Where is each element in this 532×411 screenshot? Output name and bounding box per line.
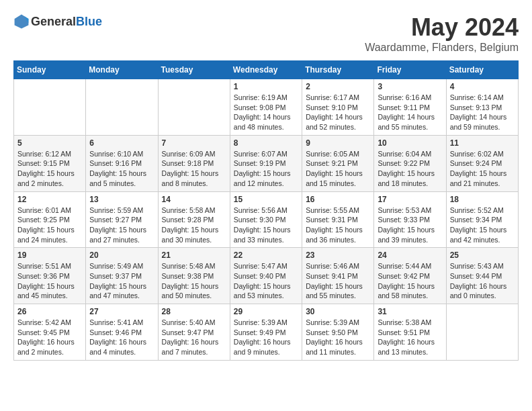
calendar-cell: 22Sunrise: 5:47 AM Sunset: 9:40 PM Dayli… — [230, 248, 302, 304]
calendar-cell: 21Sunrise: 5:48 AM Sunset: 9:38 PM Dayli… — [158, 248, 230, 304]
day-number: 2 — [306, 82, 370, 91]
day-number: 22 — [234, 250, 298, 260]
title-section: May 2024 Waardamme, Flanders, Belgium — [365, 13, 519, 54]
day-info: Sunrise: 5:42 AM Sunset: 9:45 PM Dayligh… — [17, 318, 82, 357]
weekday-header: Wednesday — [230, 61, 302, 79]
month-year-title: May 2024 — [365, 13, 519, 42]
day-info: Sunrise: 6:10 AM Sunset: 9:16 PM Dayligh… — [89, 149, 154, 189]
calendar-cell: 9Sunrise: 6:05 AM Sunset: 9:21 PM Daylig… — [302, 135, 374, 191]
svg-marker-0 — [15, 15, 29, 29]
weekday-header-row: SundayMondayTuesdayWednesdayThursdayFrid… — [14, 61, 519, 79]
day-number: 5 — [17, 138, 82, 148]
calendar-cell: 31Sunrise: 5:38 AM Sunset: 9:51 PM Dayli… — [374, 304, 446, 361]
logo-blue: Blue — [76, 15, 102, 28]
weekday-header: Tuesday — [158, 61, 230, 79]
day-number: 18 — [450, 195, 515, 204]
weekday-header: Monday — [86, 61, 158, 79]
day-number: 12 — [17, 195, 82, 204]
logo-text: GeneralBlue — [31, 15, 102, 29]
calendar-week-row: 19Sunrise: 5:51 AM Sunset: 9:36 PM Dayli… — [14, 248, 519, 304]
day-info: Sunrise: 5:43 AM Sunset: 9:44 PM Dayligh… — [450, 261, 515, 301]
calendar-cell: 5Sunrise: 6:12 AM Sunset: 9:15 PM Daylig… — [14, 135, 86, 191]
day-info: Sunrise: 6:07 AM Sunset: 9:19 PM Dayligh… — [234, 149, 298, 189]
day-info: Sunrise: 6:05 AM Sunset: 9:21 PM Dayligh… — [306, 149, 370, 189]
calendar-cell: 12Sunrise: 6:01 AM Sunset: 9:25 PM Dayli… — [14, 191, 86, 248]
day-number: 6 — [89, 138, 154, 148]
day-info: Sunrise: 5:39 AM Sunset: 9:50 PM Dayligh… — [306, 318, 370, 357]
logo: GeneralBlue — [13, 13, 102, 30]
calendar-cell: 18Sunrise: 5:52 AM Sunset: 9:34 PM Dayli… — [446, 191, 518, 248]
calendar-cell: 11Sunrise: 6:02 AM Sunset: 9:24 PM Dayli… — [446, 135, 518, 191]
weekday-header: Friday — [374, 61, 446, 79]
calendar-cell: 29Sunrise: 5:39 AM Sunset: 9:49 PM Dayli… — [230, 304, 302, 361]
day-info: Sunrise: 5:49 AM Sunset: 9:37 PM Dayligh… — [89, 261, 154, 301]
calendar-cell: 16Sunrise: 5:55 AM Sunset: 9:31 PM Dayli… — [302, 191, 374, 248]
day-number: 13 — [89, 195, 154, 204]
calendar-cell: 25Sunrise: 5:43 AM Sunset: 9:44 PM Dayli… — [446, 248, 518, 304]
page-header: GeneralBlue May 2024 Waardamme, Flanders… — [13, 13, 519, 54]
day-info: Sunrise: 5:51 AM Sunset: 9:36 PM Dayligh… — [17, 261, 82, 301]
calendar-cell — [158, 79, 230, 136]
weekday-header: Sunday — [14, 61, 86, 79]
day-number: 24 — [378, 250, 442, 260]
day-info: Sunrise: 5:41 AM Sunset: 9:46 PM Dayligh… — [89, 318, 154, 357]
calendar-cell: 28Sunrise: 5:40 AM Sunset: 9:47 PM Dayli… — [158, 304, 230, 361]
day-info: Sunrise: 5:59 AM Sunset: 9:27 PM Dayligh… — [89, 205, 154, 245]
calendar-week-row: 1Sunrise: 6:19 AM Sunset: 9:08 PM Daylig… — [14, 79, 519, 136]
calendar-cell: 10Sunrise: 6:04 AM Sunset: 9:22 PM Dayli… — [374, 135, 446, 191]
day-number: 21 — [162, 250, 226, 260]
day-number: 1 — [234, 82, 298, 91]
day-info: Sunrise: 5:47 AM Sunset: 9:40 PM Dayligh… — [234, 261, 298, 301]
day-info: Sunrise: 5:48 AM Sunset: 9:38 PM Dayligh… — [162, 261, 226, 301]
day-number: 19 — [17, 250, 82, 260]
calendar-cell: 1Sunrise: 6:19 AM Sunset: 9:08 PM Daylig… — [230, 79, 302, 136]
day-info: Sunrise: 5:38 AM Sunset: 9:51 PM Dayligh… — [378, 318, 442, 357]
day-number: 20 — [89, 250, 154, 260]
day-number: 23 — [306, 250, 370, 260]
weekday-header: Saturday — [446, 61, 518, 79]
calendar-cell: 2Sunrise: 6:17 AM Sunset: 9:10 PM Daylig… — [302, 79, 374, 136]
day-info: Sunrise: 6:16 AM Sunset: 9:11 PM Dayligh… — [378, 93, 442, 132]
day-number: 9 — [306, 138, 370, 148]
calendar-week-row: 12Sunrise: 6:01 AM Sunset: 9:25 PM Dayli… — [14, 191, 519, 248]
day-info: Sunrise: 5:40 AM Sunset: 9:47 PM Dayligh… — [162, 318, 226, 357]
day-info: Sunrise: 5:46 AM Sunset: 9:41 PM Dayligh… — [306, 261, 370, 301]
day-number: 27 — [89, 307, 154, 316]
day-info: Sunrise: 5:56 AM Sunset: 9:30 PM Dayligh… — [234, 205, 298, 245]
day-number: 15 — [234, 195, 298, 204]
calendar-cell — [446, 304, 518, 361]
day-number: 26 — [17, 307, 82, 316]
day-number: 8 — [234, 138, 298, 148]
calendar-cell: 23Sunrise: 5:46 AM Sunset: 9:41 PM Dayli… — [302, 248, 374, 304]
calendar-cell: 27Sunrise: 5:41 AM Sunset: 9:46 PM Dayli… — [86, 304, 158, 361]
calendar-cell: 30Sunrise: 5:39 AM Sunset: 9:50 PM Dayli… — [302, 304, 374, 361]
calendar-cell: 7Sunrise: 6:09 AM Sunset: 9:18 PM Daylig… — [158, 135, 230, 191]
calendar-cell: 17Sunrise: 5:53 AM Sunset: 9:33 PM Dayli… — [374, 191, 446, 248]
calendar-cell: 19Sunrise: 5:51 AM Sunset: 9:36 PM Dayli… — [14, 248, 86, 304]
day-info: Sunrise: 6:09 AM Sunset: 9:18 PM Dayligh… — [162, 149, 226, 189]
logo-icon — [13, 13, 30, 30]
day-info: Sunrise: 6:17 AM Sunset: 9:10 PM Dayligh… — [306, 93, 370, 132]
location-subtitle: Waardamme, Flanders, Belgium — [365, 42, 519, 54]
day-number: 3 — [378, 82, 442, 91]
day-info: Sunrise: 5:55 AM Sunset: 9:31 PM Dayligh… — [306, 205, 370, 245]
day-info: Sunrise: 5:58 AM Sunset: 9:28 PM Dayligh… — [162, 205, 226, 245]
calendar-cell: 8Sunrise: 6:07 AM Sunset: 9:19 PM Daylig… — [230, 135, 302, 191]
day-number: 30 — [306, 307, 370, 316]
day-number: 11 — [450, 138, 515, 148]
day-number: 16 — [306, 195, 370, 204]
day-number: 10 — [378, 138, 442, 148]
calendar-cell: 26Sunrise: 5:42 AM Sunset: 9:45 PM Dayli… — [14, 304, 86, 361]
day-number: 31 — [378, 307, 442, 316]
day-info: Sunrise: 6:14 AM Sunset: 9:13 PM Dayligh… — [450, 93, 515, 132]
calendar-cell: 3Sunrise: 6:16 AM Sunset: 9:11 PM Daylig… — [374, 79, 446, 136]
calendar-week-row: 5Sunrise: 6:12 AM Sunset: 9:15 PM Daylig… — [14, 135, 519, 191]
day-number: 25 — [450, 250, 515, 260]
day-number: 28 — [162, 307, 226, 316]
day-number: 4 — [450, 82, 515, 91]
calendar-table: SundayMondayTuesdayWednesdayThursdayFrid… — [13, 60, 519, 361]
day-info: Sunrise: 5:44 AM Sunset: 9:42 PM Dayligh… — [378, 261, 442, 301]
calendar-cell — [86, 79, 158, 136]
weekday-header: Thursday — [302, 61, 374, 79]
day-info: Sunrise: 6:12 AM Sunset: 9:15 PM Dayligh… — [17, 149, 82, 189]
